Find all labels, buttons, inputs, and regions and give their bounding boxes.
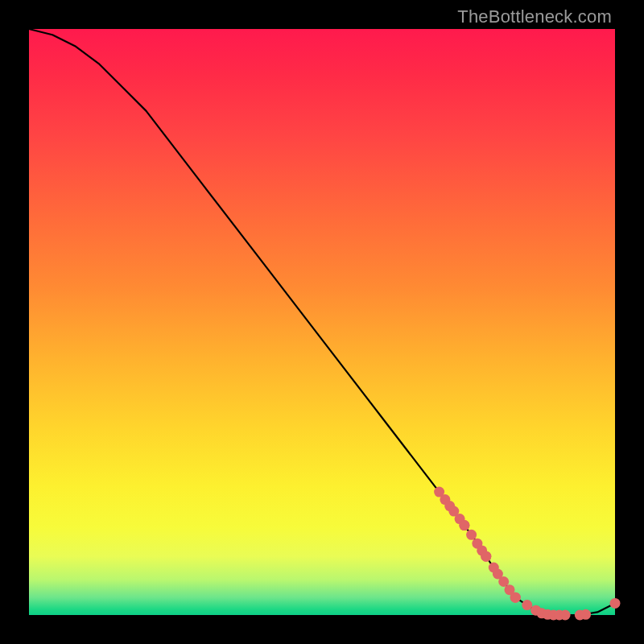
- data-point: [481, 551, 491, 562]
- data-point: [610, 598, 621, 609]
- data-point: [560, 610, 571, 621]
- data-point: [522, 600, 532, 610]
- data-point: [510, 592, 521, 603]
- data-point: [580, 609, 591, 620]
- watermark-text: TheBottleneck.com: [457, 6, 612, 27]
- bottleneck-curve: [29, 29, 615, 615]
- chart-svg: [29, 29, 615, 615]
- chart-frame: TheBottleneck.com: [0, 0, 644, 644]
- data-point: [466, 530, 477, 540]
- plot-area: [29, 29, 615, 615]
- curve-markers: [434, 487, 620, 621]
- data-point: [459, 520, 469, 530]
